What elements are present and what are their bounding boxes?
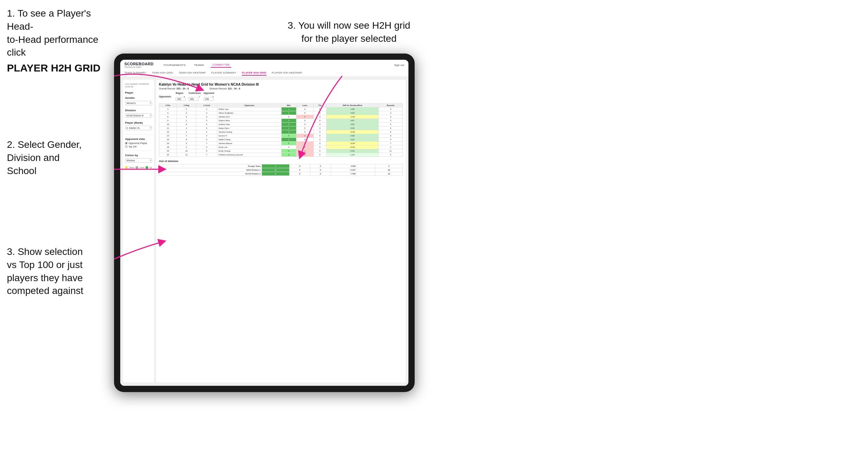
legend-level-dot bbox=[135, 166, 138, 169]
table-row: 19 10 6 Emily Chang 4 1 0 0.30 11 bbox=[159, 149, 403, 153]
data-area: Katelyn Vo Head-to-Head Grid for Women's… bbox=[156, 80, 406, 382]
subnav-team-h2h-heatmap[interactable]: TEAM H2H HEATMAP bbox=[179, 70, 206, 76]
top-nav: SCOREBOARD Powered by clippd TOURNAMENTS… bbox=[124, 62, 404, 69]
table-row: 10 6 3 Andrea York 2 0 0 4.00 4 bbox=[159, 123, 403, 126]
out-division-row: NAIA Division 1 15 0 0 9.267 30 bbox=[159, 168, 403, 172]
region-select[interactable]: (All) bbox=[176, 97, 186, 101]
filter-conference: Conference (All) bbox=[188, 92, 201, 101]
colour-select-wrapper: Win/loss bbox=[125, 158, 152, 164]
table-row: 3 1 1 Esther Lee 1 0 0 1.50 4 bbox=[159, 107, 403, 111]
sub-nav: TEAM SUMMARY TEAM H2H GRID TEAM H2H HEAT… bbox=[124, 69, 404, 77]
opponent-select-wrap: (All) bbox=[204, 95, 214, 101]
nav-tournaments[interactable]: TOURNAMENTS bbox=[162, 63, 187, 67]
table-row: 16 3 7 Jessica Mason 1 2 0 -0.94 7 bbox=[159, 142, 403, 145]
table-row: 6 3 3 Sydney Kuo 0 1 0 -1.00 3 bbox=[159, 115, 403, 119]
out-division-row: Foreign Team 1 0 0 4.500 2 bbox=[159, 164, 403, 168]
table-row: 14 7 4 Eunice Yi 2 2 0 0.38 9 bbox=[159, 134, 403, 138]
legend-up-dot bbox=[145, 166, 148, 169]
conference-select-wrap: (All) bbox=[188, 95, 201, 101]
instruction-3-right: 3. You will now see H2H grid for the pla… bbox=[287, 19, 411, 45]
col-rounds: Rounds bbox=[378, 104, 403, 107]
radio-top100[interactable]: Top 100 bbox=[125, 145, 152, 148]
table-row: 15 8 5 Stella Cheng 1 0 0 3.25 4 bbox=[159, 138, 403, 142]
division-record: Division Record: 331 - 34 - 6 bbox=[209, 87, 240, 90]
col-win: Win bbox=[281, 104, 296, 107]
opponent-select[interactable]: (All) bbox=[204, 97, 214, 101]
table-row: 5 2 2 Alexis Sudjianto 1 0 0 4.00 3 bbox=[159, 111, 403, 115]
instruction-3-left: 3. Show selection vs Top 100 or just pla… bbox=[7, 245, 114, 297]
gender-select[interactable]: Women's bbox=[125, 101, 152, 105]
radio-opponents-played[interactable]: Opponents Played bbox=[125, 142, 152, 144]
radio-opponents-played-circle bbox=[125, 142, 128, 144]
region-select-wrap: (All) bbox=[176, 95, 186, 101]
table-row: 11 2 5 Heejo Hyun 1 0 0 3.33 3 bbox=[159, 126, 403, 130]
overall-record: Overall Record: 353 - 34 - 6 bbox=[159, 87, 189, 90]
col-reg: # Reg bbox=[177, 104, 196, 107]
conference-select[interactable]: (All) bbox=[188, 97, 198, 101]
nav-committee[interactable]: COMMITTEE bbox=[211, 63, 231, 68]
col-tie: Tie bbox=[313, 104, 326, 107]
opponent-view-radio: Opponents Played Top 100 bbox=[125, 142, 152, 148]
col-opponent: Opponent bbox=[217, 104, 281, 107]
instruction-1: 1. To see a Player's Head- to-Head perfo… bbox=[7, 7, 114, 75]
filter-region: Region (All) bbox=[176, 92, 186, 101]
colour-select[interactable]: Win/loss bbox=[125, 158, 152, 163]
col-diff: Diff Av Strokes/Rnd bbox=[327, 104, 379, 107]
table-row: 18 2 2 Euna Lee 0 2 0 -5.00 2 bbox=[159, 145, 403, 149]
division-select[interactable]: NCAA Division III bbox=[125, 113, 152, 118]
filter-opponent: Opponent (All) bbox=[204, 92, 214, 101]
table-row: 13 1 1 Jessica Huang 2 0 0 -3.00 2 bbox=[159, 130, 403, 134]
table-row: 20 11 7 Federica Domecq Lacroze 2 1 0 1.… bbox=[159, 153, 403, 157]
subnav-team-summary[interactable]: TEAM SUMMARY bbox=[124, 70, 147, 76]
col-conf: # Conf bbox=[196, 104, 217, 107]
player-select-wrapper: 8. Katelyn Vo bbox=[125, 126, 152, 132]
sign-out[interactable]: Sign out bbox=[394, 64, 404, 67]
table-row: 9 1 4 Sharon Mun 1 0 0 3.67 3 bbox=[159, 119, 403, 123]
subnav-player-h2h-heatmap[interactable]: PLAYER H2H HEATMAP bbox=[272, 70, 302, 76]
h2h-table: # Div # Reg # Conf Opponent Win Loss Tie… bbox=[159, 103, 403, 157]
tablet-screen: SCOREBOARD Powered by clippd TOURNAMENTS… bbox=[120, 60, 408, 386]
app-toolbar: ↩ ↪ ⚙ | 👁 View: Original | 💾 Save Custom… bbox=[120, 385, 408, 386]
subnav-player-h2h-grid[interactable]: PLAYER H2H GRID bbox=[242, 70, 266, 76]
app-header: SCOREBOARD Powered by clippd TOURNAMENTS… bbox=[120, 60, 408, 77]
records-row: Overall Record: 353 - 34 - 6 Division Re… bbox=[159, 87, 403, 90]
gender-select-wrapper: Women's bbox=[125, 101, 152, 107]
instruction-2: 2. Select Gender, Division and School bbox=[7, 138, 111, 177]
subnav-player-summary[interactable]: PLAYER SUMMARY bbox=[211, 70, 236, 76]
player-select[interactable]: 8. Katelyn Vo bbox=[125, 126, 152, 130]
tablet: SCOREBOARD Powered by clippd TOURNAMENTS… bbox=[114, 54, 415, 392]
col-loss: Loss bbox=[296, 104, 313, 107]
col-div: # Div bbox=[159, 104, 177, 107]
logo: SCOREBOARD Powered by clippd bbox=[124, 62, 153, 68]
out-division-row: NCAA Division 2 5 0 0 7.400 10 bbox=[159, 172, 403, 176]
legend-down-dot bbox=[125, 166, 128, 169]
division-select-wrapper: NCAA Division III bbox=[125, 113, 152, 119]
filter-row: Opponents: Region (All) Conference bbox=[159, 92, 403, 101]
sidebar: Last Updated: 27/03/2024 16:55:38 Player… bbox=[123, 80, 154, 382]
out-division-table: Foreign Team 1 0 0 4.500 2 NAIA Division… bbox=[159, 164, 403, 176]
subnav-team-h2h-grid[interactable]: TEAM H2H GRID bbox=[152, 70, 173, 76]
nav-teams[interactable]: TEAMS bbox=[192, 63, 205, 67]
colour-legend: Down Level Up bbox=[125, 166, 152, 169]
app-content: Last Updated: 27/03/2024 16:55:38 Player… bbox=[120, 77, 408, 385]
radio-top100-circle bbox=[125, 145, 128, 148]
